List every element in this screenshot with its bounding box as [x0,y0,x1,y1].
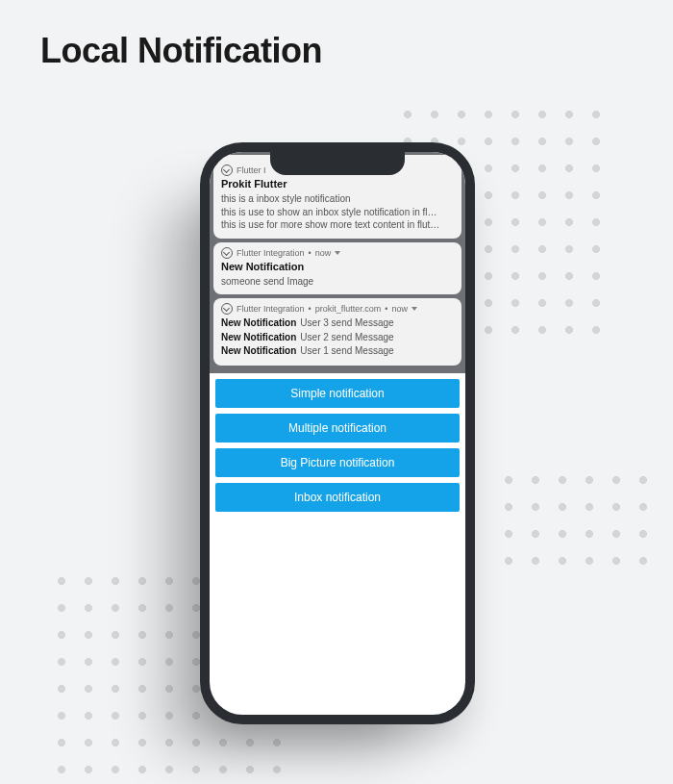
notification-time: now [391,304,408,314]
group-item-msg: User 1 send Message [300,344,393,359]
notification-line: this is use to show an inbox style notif… [221,206,454,219]
separator: • [309,248,312,258]
notification-header: Flutter Integration • now [221,247,454,259]
notification-line: this is use for more show more text cont… [221,218,454,232]
group-item-msg: User 2 send Message [300,331,393,345]
app-name: Flutter Integration [237,304,305,314]
phone-screen: Flutter I Prokit Flutter this is a inbox… [210,152,465,715]
notification-time: now [315,248,332,258]
inbox-notification-button[interactable]: Inbox notification [215,483,460,512]
separator: • [385,304,387,314]
dot-pattern [495,467,659,577]
notification-body: someone send Image [221,275,454,289]
notification-header: Flutter Integration • prokit_flutter.com… [221,303,454,315]
page-title: Local Notification [40,31,322,71]
notification-shade: Flutter I Prokit Flutter this is a inbox… [210,152,465,373]
app-package: prokit_flutter.com [315,304,382,314]
multiple-notification-button[interactable]: Multiple notification [215,414,460,443]
notification-card-single[interactable]: Flutter Integration • now New Notificati… [213,242,461,295]
app-name: Flutter Integration [237,248,305,258]
action-buttons: Simple notification Multiple notificatio… [210,373,465,518]
app-icon [221,247,233,259]
app-icon [221,303,233,315]
separator: • [309,304,312,314]
big-picture-notification-button[interactable]: Big Picture notification [215,448,460,477]
chevron-down-icon[interactable] [411,307,417,311]
notification-group-item[interactable]: New Notification User 1 send Message [221,344,454,359]
group-item-title: New Notification [221,331,296,345]
notification-group-item[interactable]: New Notification User 3 send Message [221,316,454,331]
notification-title: Prokit Flutter [221,178,454,190]
chevron-down-icon[interactable] [335,251,340,255]
notification-title: New Notification [221,261,454,272]
notification-line: this is a inbox style notification [221,192,454,206]
group-item-title: New Notification [221,344,296,359]
notification-group-item[interactable]: New Notification User 2 send Message [221,331,454,345]
phone-frame: Flutter I Prokit Flutter this is a inbox… [200,142,475,724]
group-item-msg: User 3 send Message [300,316,393,331]
group-item-title: New Notification [221,316,296,331]
app-name: Flutter I [237,165,266,175]
simple-notification-button[interactable]: Simple notification [215,379,460,408]
notification-card-group[interactable]: Flutter Integration • prokit_flutter.com… [213,298,461,366]
app-icon [221,164,233,176]
phone-notch [270,152,405,175]
